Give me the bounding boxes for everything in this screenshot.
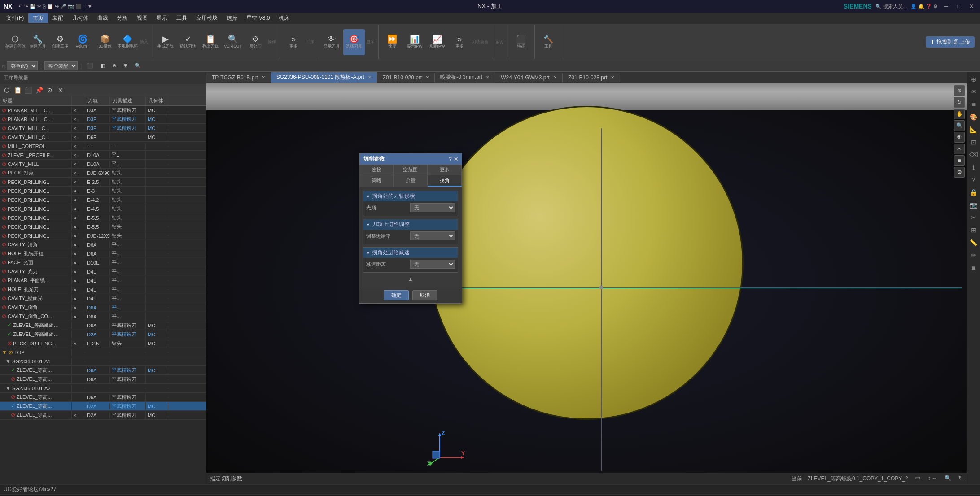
- table-row[interactable]: ⊘ PLANAR_MILL_C... × D3A 平底精铣刀 MC: [0, 106, 206, 115]
- table-row[interactable]: ✓ ZLEVEL_等高... D6A 平底精铣刀 MC: [0, 366, 206, 375]
- viewport[interactable]: TP-TCGZ-B01B.prt ✕ SG2336-PSU-009-0101 散…: [206, 72, 967, 484]
- postprocess-btn[interactable]: ⚙后处理: [245, 29, 266, 55]
- menu-select[interactable]: 选择: [222, 13, 242, 23]
- menu-home[interactable]: 主页: [28, 13, 48, 23]
- pan-btn[interactable]: ✋: [954, 109, 965, 119]
- dialog-tab-connect[interactable]: 连接: [359, 165, 394, 175]
- dialog-ok-btn[interactable]: 确定: [384, 290, 409, 300]
- dialog-tab-margin[interactable]: 余量: [394, 175, 428, 187]
- table-row[interactable]: ⊘ CAVITY_光刀 × D4E 平...: [0, 267, 206, 276]
- table-row[interactable]: ⊘ PECK_DRILLING... × E-2.5 钻头 MC: [0, 339, 206, 348]
- table-row[interactable]: ⊘ PECK_DRILLING... × E-2.5 钻头: [0, 178, 206, 187]
- feature-btn[interactable]: ⬛特征: [510, 29, 532, 55]
- rp-select-btn[interactable]: ⊕: [968, 74, 980, 85]
- more1-btn[interactable]: »更多: [283, 29, 304, 55]
- list-btn[interactable]: 📋列出刀轨: [200, 29, 221, 55]
- rp-question-btn[interactable]: ?: [968, 174, 980, 186]
- menu-machine[interactable]: 机床: [274, 13, 294, 23]
- rp-camera-btn[interactable]: 📷: [968, 199, 980, 211]
- table-row[interactable]: ⊘ PECK_DRILLING... × E-4.2 钻头: [0, 196, 206, 204]
- rp-ruler-btn[interactable]: 📏: [968, 237, 980, 248]
- tab-close[interactable]: ✕: [486, 75, 490, 80]
- table-row[interactable]: ⊘ MILL_CONTROL × --- ---: [0, 142, 206, 151]
- create-tool-btn[interactable]: 🔧创建刀具: [27, 29, 48, 55]
- sb-icon4[interactable]: 📌: [34, 85, 44, 95]
- tab-close[interactable]: ✕: [425, 75, 429, 80]
- sb-icon3[interactable]: ⬛: [23, 85, 33, 95]
- feed-rate-select[interactable]: 无 变化的 固定的: [410, 231, 455, 240]
- table-row[interactable]: ⊘ CAVITY_清角 × D6A 平...: [0, 240, 206, 249]
- tb2-icon1[interactable]: ⬛: [84, 62, 96, 70]
- section-btn[interactable]: ✂: [954, 144, 965, 154]
- section2-title[interactable]: ▼ 刀轨上进给调整: [363, 219, 458, 230]
- table-row-selected[interactable]: ✓ ZLEVEL_等高... D2A 平底精铣刀 MC: [0, 402, 206, 411]
- dialog-tab-more[interactable]: 更多: [428, 165, 462, 175]
- create-geo-btn[interactable]: ⬡创建几何体: [4, 29, 26, 55]
- table-row[interactable]: ⊘ PECK_DRILLING... × DJD-12X90 钻头: [0, 231, 206, 240]
- rotate-btn[interactable]: ↻: [954, 97, 965, 108]
- show-ipw-btn[interactable]: 📊显示IPW: [404, 29, 425, 55]
- 3d-canvas[interactable]: Z Y X ⊕ ↻ ✋ 🔍 👁 ✂ ■ ⚙: [206, 83, 967, 484]
- smooth-select[interactable]: 无 所有刀路 最终刀路: [410, 203, 455, 212]
- table-row[interactable]: ⊘ ZLEVEL_等高... D6A 平底精铣刀: [0, 375, 206, 384]
- dialog-help-icon[interactable]: ?: [449, 156, 452, 162]
- table-row[interactable]: ⊘ ZLEVEL_等高... D6A 平底精铣刀: [0, 393, 206, 402]
- menu-curve[interactable]: 曲线: [93, 13, 113, 23]
- table-row[interactable]: ⊘ ZLEVEL_等高... × D2A 平底精铣刀 MC: [0, 411, 206, 420]
- upload-btn[interactable]: ⬆ 拖拽到桌 上传: [926, 36, 975, 48]
- table-row[interactable]: ⊘ PLANAR_平面铣... × D4E 平...: [0, 276, 206, 285]
- vericut-btn[interactable]: 🔍VERICUT: [222, 29, 244, 55]
- table-row[interactable]: ⊘ CAVITY_倒角 × D6A 平...: [0, 303, 206, 312]
- tb2-icon4[interactable]: ⊞: [121, 62, 130, 70]
- tools-btn[interactable]: 🔨工具: [538, 29, 559, 55]
- tab-close[interactable]: ✕: [553, 75, 557, 80]
- dialog-close-icon[interactable]: ✕: [454, 156, 458, 162]
- select-tool-btn[interactable]: 🎯选择刀具: [343, 29, 365, 55]
- section3-title[interactable]: ▼ 拐角处进给减速: [363, 248, 458, 258]
- table-row[interactable]: ⊘ ZLEVEL_PROFILE... × D10A 平...: [0, 151, 206, 160]
- table-row[interactable]: ⊘ CAVITY_MILL × D10A 平...: [0, 160, 206, 169]
- scroll-up-btn[interactable]: ▲: [363, 275, 458, 283]
- tab-sg[interactable]: SG2336-PSU-009-0101 散热板-A.prt ✕: [271, 72, 377, 83]
- search-box[interactable]: 🔍 搜索人员...: [875, 3, 907, 10]
- table-row[interactable]: ⊘ CAVITY_壁面光 × D4E 平...: [0, 294, 206, 303]
- tab-close[interactable]: ✕: [611, 75, 614, 80]
- tab-close[interactable]: ✕: [368, 75, 372, 80]
- table-row[interactable]: ⊘ PECK_DRILLING... × E-3 钻头: [0, 187, 206, 196]
- show-tool-btn[interactable]: 👁显示刀具: [321, 29, 342, 55]
- sb-icon2[interactable]: 📋: [13, 85, 22, 95]
- rp-section-btn[interactable]: ✂: [968, 212, 980, 223]
- table-row[interactable]: ⊘ HOLE_孔铣开粗 × D6A 平...: [0, 249, 206, 258]
- dialog-tab-space[interactable]: 空范围: [394, 165, 428, 175]
- table-row[interactable]: ⊘ PLANAR_MILL_C... × D3E 平底精铣刀 MC: [0, 115, 206, 124]
- rp-lock-btn[interactable]: 🔒: [968, 187, 980, 198]
- zoom-btn[interactable]: 🔍: [954, 120, 965, 131]
- tab-close[interactable]: ✕: [262, 75, 265, 80]
- table-row-a1[interactable]: ▼ SG2336-0101-A1: [0, 357, 206, 366]
- rp-palette-btn[interactable]: ■: [968, 262, 980, 274]
- render-btn[interactable]: ■: [954, 155, 965, 166]
- menu-view[interactable]: 视图: [132, 13, 152, 23]
- table-row[interactable]: ⊘ FACE_光面 × D10E 平...: [0, 258, 206, 267]
- speed-btn[interactable]: ⏩速度: [381, 29, 403, 55]
- table-row[interactable]: ✓ ZLEVEL_等高螺旋... D2A 平底精铣刀 MC: [0, 330, 206, 339]
- menu-file[interactable]: 文件(F): [2, 13, 28, 23]
- sb-icon6[interactable]: ✕: [56, 85, 66, 95]
- table-row[interactable]: ⊘ HOLE_孔光刀 × D4E 平...: [0, 285, 206, 294]
- table-row[interactable]: ✓ ZLEVEL_等高螺旋... D6A 平底精铣刀 MC: [0, 321, 206, 330]
- maximize-button[interactable]: □: [954, 3, 963, 9]
- menu-geometry[interactable]: 几何体: [68, 13, 93, 23]
- gen-toolpath-btn[interactable]: ▶生成刀轨: [155, 29, 176, 55]
- rp-layer-btn[interactable]: ≡: [968, 99, 980, 110]
- tb2-icon3[interactable]: ⊕: [109, 62, 119, 70]
- rp-pen-btn[interactable]: ✏: [968, 249, 980, 261]
- step-ipw-btn[interactable]: 📈步距IPW: [426, 29, 448, 55]
- fit-btn[interactable]: ⊕: [954, 85, 965, 96]
- menu-select[interactable]: 菜单(M): [7, 61, 38, 70]
- sb-icon5[interactable]: ⊙: [45, 85, 55, 95]
- decel-select[interactable]: 无 自动 手动: [410, 260, 455, 269]
- tab-tp[interactable]: TP-TCGZ-B01B.prt ✕: [206, 73, 271, 82]
- menu-appmodule[interactable]: 应用模块: [192, 13, 222, 23]
- table-row[interactable]: ⊘ PECK_打点 × DJD-6X90 钻头: [0, 169, 206, 178]
- verify-btn[interactable]: ✓确认刀轨: [177, 29, 199, 55]
